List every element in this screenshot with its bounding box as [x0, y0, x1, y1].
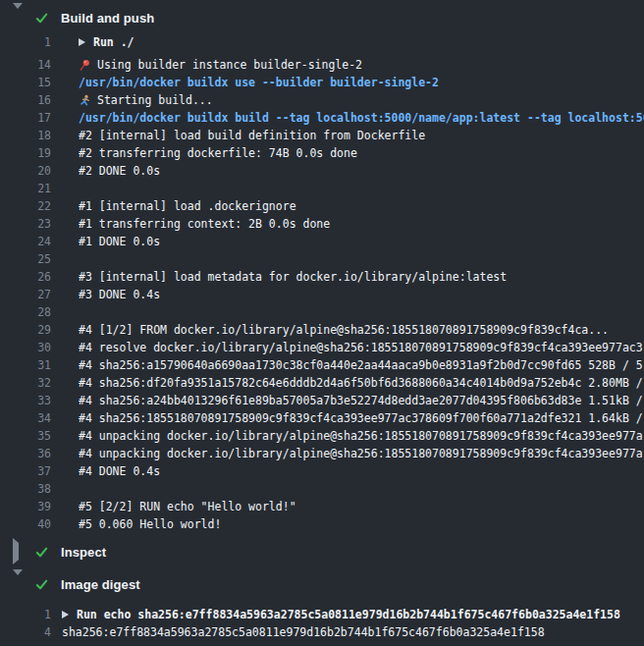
log-text: #1 [internal] load .dockerignore — [79, 199, 644, 213]
log-line: 19#2 transferring dockerfile: 74B 0.0s d… — [0, 144, 644, 162]
chevron-down-icon — [13, 569, 23, 592]
log-line: 4sha256:e7ff8834a5963a2785c5a0811e979d16… — [0, 623, 644, 641]
line-number[interactable]: 36 — [0, 447, 51, 460]
line-number[interactable]: 16 — [0, 93, 51, 107]
expand-toggle-icon[interactable] — [62, 611, 69, 619]
log-text: #3 DONE 0.4s — [79, 288, 644, 301]
log-line: 22#1 [internal] load .dockerignore — [0, 197, 644, 215]
log-line: 35#4 unpacking docker.io/library/alpine@… — [0, 427, 644, 445]
line-number[interactable]: 37 — [0, 464, 51, 478]
log-text: #5 [2/2] RUN echo "Hello world!" — [79, 500, 644, 513]
log-text: sha256:e7ff8834a5963a2785c5a0811e979d16b… — [62, 625, 644, 639]
line-number[interactable]: 35 — [0, 429, 51, 443]
line-number[interactable]: 14 — [0, 58, 51, 72]
log-text: #4 DONE 0.4s — [79, 464, 644, 478]
log-line: 14Using builder instance builder-single-… — [0, 56, 644, 74]
line-number[interactable]: 32 — [0, 376, 51, 390]
log-text: #4 sha256:df20fa9351a15782c64e6dddb2d4a6… — [79, 376, 644, 390]
log-line: 39#5 [2/2] RUN echo "Hello world!" — [0, 498, 644, 515]
log-line: 1Run ./ — [0, 33, 644, 51]
log-text: #4 [1/2] FROM docker.io/library/alpine@s… — [79, 323, 644, 337]
line-number[interactable]: 29 — [0, 323, 51, 337]
line-number[interactable]: 39 — [0, 500, 51, 513]
section-title: Build and push — [61, 11, 154, 26]
run-command-text: Run echo sha256:e7ff8834a5963a2785c5a081… — [77, 608, 620, 621]
line-number[interactable]: 40 — [0, 517, 51, 531]
log-line: 26#3 [internal] load metadata for docker… — [0, 268, 644, 286]
log-text: Using builder instance builder-single-2 — [79, 58, 644, 72]
line-number[interactable]: 28 — [0, 305, 51, 319]
chevron-down-icon — [13, 3, 23, 26]
log-line: 15/usr/bin/docker buildx use --builder b… — [0, 74, 644, 91]
log-lines: 1Run ./14Using builder instance builder-… — [0, 33, 644, 533]
chevron-right-icon — [13, 538, 19, 565]
log-text: #4 sha256:185518070891758909c9f839cf4ca3… — [79, 411, 644, 425]
log-line: 40#5 0.060 Hello world! — [0, 515, 644, 533]
line-number[interactable]: 23 — [0, 217, 51, 231]
run-command-text: Run ./ — [93, 35, 134, 49]
log-text: Starting build... — [79, 93, 644, 107]
line-number[interactable]: 19 — [0, 146, 51, 160]
log-line: 25 — [0, 250, 644, 268]
log-line: 33#4 sha256:a24bb4013296f61e89ba57005a7b… — [0, 392, 644, 409]
expand-toggle-icon[interactable] — [79, 38, 85, 46]
section-header-image-digest[interactable]: Image digest — [0, 574, 644, 594]
log-text: Using builder instance builder-single-2 — [97, 58, 362, 72]
check-icon — [33, 576, 49, 592]
line-number[interactable]: 38 — [0, 482, 51, 496]
log-command-text: /usr/bin/docker buildx build --tag local… — [79, 111, 644, 125]
pushpin-icon — [79, 59, 91, 72]
check-icon — [33, 544, 49, 560]
log-line: 38 — [0, 480, 644, 498]
chevron-down-icon[interactable] — [13, 9, 25, 27]
line-number[interactable]: 34 — [0, 411, 51, 425]
log-text: #2 [internal] load build definition from… — [79, 129, 644, 142]
line-number[interactable]: 21 — [0, 182, 51, 195]
line-number[interactable]: 15 — [0, 76, 51, 89]
log-text: #3 [internal] load metadata for docker.i… — [79, 270, 644, 284]
log-text: #2 transferring dockerfile: 74B 0.0s don… — [79, 146, 644, 160]
log-text: #2 DONE 0.0s — [79, 164, 644, 178]
log-line: 37#4 DONE 0.4s — [0, 462, 644, 480]
log-text: Starting build... — [97, 93, 213, 107]
section-build-and-push: Build and push1Run ./14Using builder ins… — [0, 8, 644, 533]
line-number[interactable]: 4 — [0, 625, 51, 639]
section-image-digest: Image digest1Run echo sha256:e7ff8834a59… — [0, 574, 644, 641]
log-text: Run ./ — [79, 35, 644, 49]
line-number[interactable]: 20 — [0, 164, 51, 178]
chevron-right-icon[interactable] — [13, 543, 25, 561]
line-number[interactable]: 17 — [0, 111, 51, 125]
line-number[interactable]: 26 — [0, 270, 51, 284]
log-text: #4 sha256:a15790640a6690aa1730c38cf0a440… — [79, 358, 644, 372]
line-number[interactable]: 33 — [0, 394, 51, 407]
log-text: #1 DONE 0.0s — [79, 235, 644, 248]
log-line: 1Run echo sha256:e7ff8834a5963a2785c5a08… — [0, 606, 644, 623]
log-text: #1 transferring context: 2B 0.0s done — [79, 217, 644, 231]
line-number[interactable]: 18 — [0, 129, 51, 142]
log-viewer: Build and push1Run ./14Using builder ins… — [0, 0, 644, 646]
log-line: 21 — [0, 180, 644, 197]
log-line: 32#4 sha256:df20fa9351a15782c64e6dddb2d4… — [0, 374, 644, 392]
check-icon — [33, 10, 49, 26]
line-number[interactable]: 31 — [0, 358, 51, 372]
log-line: 27#3 DONE 0.4s — [0, 286, 644, 303]
line-number[interactable]: 27 — [0, 288, 51, 301]
log-line: 30#4 resolve docker.io/library/alpine@sh… — [0, 339, 644, 356]
line-number[interactable]: 30 — [0, 341, 51, 354]
line-number[interactable]: 1 — [0, 608, 51, 621]
log-text: #4 sha256:a24bb4013296f61e89ba57005a7b3e… — [79, 394, 644, 407]
log-text: #5 0.060 Hello world! — [79, 517, 644, 531]
runner-icon — [79, 94, 91, 107]
section-header-inspect[interactable]: Inspect — [0, 542, 644, 562]
log-line: 34#4 sha256:185518070891758909c9f839cf4c… — [0, 409, 644, 427]
chevron-down-icon[interactable] — [13, 575, 25, 593]
log-line: 31#4 sha256:a15790640a6690aa1730c38cf0a4… — [0, 356, 644, 374]
log-line: 28 — [0, 303, 644, 321]
line-number[interactable]: 1 — [0, 35, 51, 49]
line-number[interactable]: 22 — [0, 199, 51, 213]
line-number[interactable]: 25 — [0, 252, 51, 266]
log-text: #4 resolve docker.io/library/alpine@sha2… — [79, 341, 644, 354]
log-line: 16Starting build... — [0, 91, 644, 109]
line-number[interactable]: 24 — [0, 235, 51, 248]
section-header-build-and-push[interactable]: Build and push — [0, 8, 644, 27]
